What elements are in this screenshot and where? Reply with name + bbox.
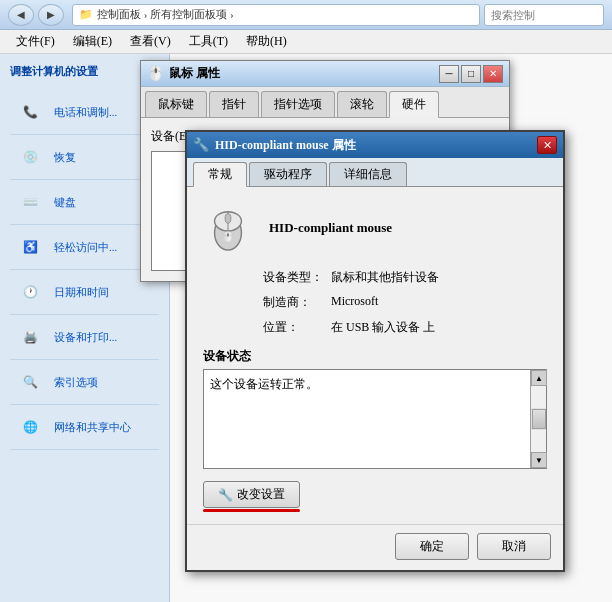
device-status-section: 设备状态 这个设备运转正常。 ▲ ▼: [203, 348, 547, 469]
index-icon: 🔍: [14, 366, 46, 398]
network-icon: 🌐: [14, 411, 46, 443]
hid-manufacturer-value: Microsoft: [331, 294, 378, 311]
change-settings-icon: 🔧: [218, 488, 233, 502]
menu-file[interactable]: 文件(F): [8, 31, 63, 52]
folder-icon: 📁: [79, 8, 93, 21]
change-btn-container: 🔧 改变设置: [203, 481, 547, 508]
restore-icon: 💿: [14, 141, 46, 173]
svg-text:🖱️: 🖱️: [222, 231, 234, 243]
hid-device-name: HID-compliant mouse: [269, 220, 392, 236]
scrollbar-down[interactable]: ▼: [531, 452, 547, 468]
device-status-box: 这个设备运转正常。 ▲ ▼: [203, 369, 547, 469]
tab-mousekey[interactable]: 鼠标键: [145, 91, 207, 117]
tab-scroll[interactable]: 滚轮: [337, 91, 387, 117]
device-status-text: 这个设备运转正常。: [210, 377, 318, 391]
search-input[interactable]: [484, 4, 604, 26]
change-settings-button[interactable]: 🔧 改变设置: [203, 481, 300, 508]
red-underline-decoration: [203, 509, 300, 512]
hid-tab-details[interactable]: 详细信息: [329, 162, 407, 186]
scrollbar-thumb[interactable]: [532, 409, 546, 429]
hid-device-header: 🖱️ HID-compliant mouse: [203, 203, 547, 253]
sidebar-item-devices[interactable]: 🖨️ 设备和打印...: [10, 315, 159, 360]
forward-button[interactable]: ▶: [38, 4, 64, 26]
menu-help[interactable]: 帮助(H): [238, 31, 295, 52]
address-text: 控制面板 › 所有控制面板项 ›: [97, 7, 234, 22]
hid-title-icon: 🔧: [193, 137, 209, 153]
sidebar-item-network[interactable]: 🌐 网络和共享中心: [10, 405, 159, 450]
mouse-title-icon: 🖱️: [147, 66, 163, 82]
mouse-dialog-titlebar: 🖱️ 鼠标 属性 ─ □ ✕: [141, 61, 509, 87]
mouse-dialog-close[interactable]: ✕: [483, 65, 503, 83]
hid-tabs: 常规 驱动程序 详细信息: [187, 158, 563, 187]
device-status-scrollbar[interactable]: ▲ ▼: [530, 370, 546, 468]
menu-bar: 文件(F) 编辑(E) 查看(V) 工具(T) 帮助(H): [0, 30, 612, 54]
sidebar-label-restore: 恢复: [54, 150, 76, 164]
hid-mouse-icon: 🖱️: [203, 203, 253, 253]
menu-tools[interactable]: 工具(T): [181, 31, 236, 52]
keyboard-icon: ⌨️: [14, 186, 46, 218]
tab-pointer[interactable]: 指针: [209, 91, 259, 117]
datetime-icon: 🕐: [14, 276, 46, 308]
sidebar-item-phone[interactable]: 📞 电话和调制...: [10, 90, 159, 135]
devices-icon: 🖨️: [14, 321, 46, 353]
sidebar-label-keyboard: 键盘: [54, 195, 76, 209]
hid-type-label: 设备类型：: [263, 269, 323, 286]
mouse-dialog-title: 鼠标 属性: [169, 65, 439, 82]
hid-manufacturer-row: 制造商： Microsoft: [263, 294, 547, 311]
tab-hardware[interactable]: 硬件: [389, 91, 439, 118]
hid-title-text: HID-compliant mouse 属性: [215, 137, 537, 154]
hid-close-button[interactable]: ✕: [537, 136, 557, 154]
sidebar-item-keyboard[interactable]: ⌨️ 键盘: [10, 180, 159, 225]
hid-type-row: 设备类型： 鼠标和其他指针设备: [263, 269, 547, 286]
hid-location-value: 在 USB 输入设备 上: [331, 319, 435, 336]
device-status-label: 设备状态: [203, 348, 547, 365]
sidebar-label-accessibility: 轻松访问中...: [54, 240, 117, 254]
change-settings-label: 改变设置: [237, 486, 285, 503]
ok-button[interactable]: 确定: [395, 533, 469, 560]
back-button[interactable]: ◀: [8, 4, 34, 26]
sidebar-item-accessibility[interactable]: ♿ 轻松访问中...: [10, 225, 159, 270]
sidebar-item-index[interactable]: 🔍 索引选项: [10, 360, 159, 405]
tab-pointer-options[interactable]: 指针选项: [261, 91, 335, 117]
mouse-dialog-maximize[interactable]: □: [461, 65, 481, 83]
hid-type-value: 鼠标和其他指针设备: [331, 269, 439, 286]
sidebar-item-datetime[interactable]: 🕐 日期和时间: [10, 270, 159, 315]
mouse-dialog-tabs: 鼠标键 指针 指针选项 滚轮 硬件: [141, 87, 509, 118]
nav-buttons: ◀ ▶: [8, 4, 64, 26]
hid-dialog: 🔧 HID-compliant mouse 属性 ✕ 常规 驱动程序 详细信息 …: [185, 130, 565, 572]
sidebar-item-restore[interactable]: 💿 恢复: [10, 135, 159, 180]
cancel-button[interactable]: 取消: [477, 533, 551, 560]
address-bar[interactable]: 📁 控制面板 › 所有控制面板项 ›: [72, 4, 480, 26]
accessibility-icon: ♿: [14, 231, 46, 263]
hid-tab-general[interactable]: 常规: [193, 162, 247, 187]
hid-content: 🖱️ HID-compliant mouse 设备类型： 鼠标和其他指针设备 制…: [187, 187, 563, 524]
svg-point-3: [225, 214, 231, 224]
hid-tab-driver[interactable]: 驱动程序: [249, 162, 327, 186]
mouse-dialog-minimize[interactable]: ─: [439, 65, 459, 83]
menu-view[interactable]: 查看(V): [122, 31, 179, 52]
hid-dialog-buttons: 确定 取消: [187, 524, 563, 570]
hid-manufacturer-label: 制造商：: [263, 294, 323, 311]
phone-icon: 📞: [14, 96, 46, 128]
mouse-dialog-controls: ─ □ ✕: [439, 65, 503, 83]
sidebar-label-datetime: 日期和时间: [54, 285, 109, 299]
sidebar-label-index: 索引选项: [54, 375, 98, 389]
sidebar-label-network: 网络和共享中心: [54, 420, 131, 434]
scrollbar-up[interactable]: ▲: [531, 370, 547, 386]
hid-location-row: 位置： 在 USB 输入设备 上: [263, 319, 547, 336]
sidebar-label-phone: 电话和调制...: [54, 105, 117, 119]
hid-info-grid: 设备类型： 鼠标和其他指针设备 制造商： Microsoft 位置： 在 USB…: [263, 269, 547, 336]
hid-titlebar: 🔧 HID-compliant mouse 属性 ✕: [187, 132, 563, 158]
menu-edit[interactable]: 编辑(E): [65, 31, 120, 52]
hid-location-label: 位置：: [263, 319, 323, 336]
sidebar-title: 调整计算机的设置: [10, 64, 159, 78]
sidebar-label-devices: 设备和打印...: [54, 330, 117, 344]
control-panel-titlebar: ◀ ▶ 📁 控制面板 › 所有控制面板项 ›: [0, 0, 612, 30]
